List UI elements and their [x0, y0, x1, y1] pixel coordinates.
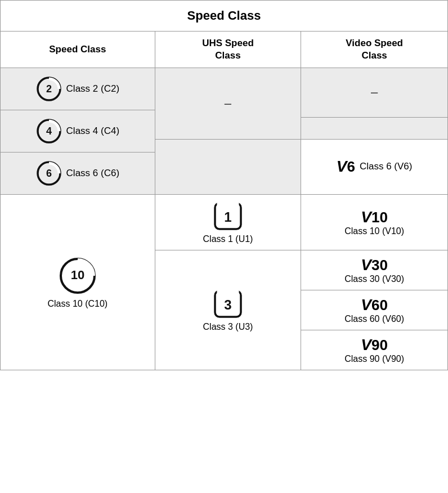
c10-icon-wrapper: 10 Class 10 (C10) [5, 256, 150, 309]
cell-c10: 10 Class 10 (C10) [1, 195, 155, 370]
u1-icon-wrapper: 1 Class 1 (U1) [160, 200, 297, 244]
svg-text:2: 2 [46, 83, 52, 95]
row-c2-c4-c6: 2 Class 2 (C2) 4 Class 4 (C4) [1, 68, 448, 117]
v90-icon: V90 [361, 336, 388, 354]
cell-v90: V90 Class 90 (V90) [301, 330, 448, 370]
cell-uhs-dash-top: – [155, 68, 301, 139]
v10-icon: V10 [361, 208, 388, 226]
v30-cell: V30 Class 30 (V30) [306, 256, 443, 284]
main-header: Speed Class [1, 1, 448, 32]
row-c10-u1-v10: 10 Class 10 (C10) 1 Class 1 (U1) [1, 195, 448, 250]
cell-uhs-c6-empty [155, 139, 301, 195]
v90-cell: V90 Class 90 (V90) [306, 336, 443, 364]
uhs-dash: – [225, 96, 231, 110]
c6-icon-cell: 6 Class 6 (C6) [36, 160, 119, 186]
c6-sub-row: 6 Class 6 (C6) [1, 152, 155, 194]
col-header-speed-class: Speed Class [1, 32, 155, 68]
v30-icon: V30 [361, 256, 388, 274]
svg-text:3: 3 [224, 297, 231, 312]
svg-text:6: 6 [46, 168, 52, 179]
c4-sub-row: 4 Class 4 (C4) [1, 110, 155, 152]
v60-icon: V60 [361, 296, 388, 314]
v10-label: Class 10 (V10) [344, 226, 404, 236]
c4-label: Class 4 (C4) [66, 126, 119, 137]
cell-c2-c4-c6: 2 Class 2 (C2) 4 Class 4 (C4) [1, 68, 155, 195]
c6-icon: 6 [36, 160, 62, 186]
col-header-video: Video SpeedClass [301, 32, 448, 68]
u3-icon-wrapper: 3 Class 3 (U3) [160, 288, 297, 332]
v10-cell: V10 Class 10 (V10) [306, 208, 443, 236]
c2-icon: 2 [36, 76, 62, 102]
u1-label: Class 1 (U1) [203, 234, 253, 244]
c10-label: Class 10 (C10) [47, 299, 107, 309]
cell-video-c4-empty [301, 117, 448, 139]
cell-u1: 1 Class 1 (U1) [155, 195, 301, 250]
svg-text:1: 1 [224, 209, 231, 225]
u3-icon: 3 [212, 288, 244, 320]
v6-label: Class 6 (V6) [360, 161, 413, 172]
c4-icon: 4 [36, 118, 62, 144]
cell-v6: V6 Class 6 (V6) [301, 139, 448, 195]
cell-v10: V10 Class 10 (V10) [301, 195, 448, 250]
video-dash: – [371, 85, 378, 99]
speed-class-table: Speed Class Speed Class UHS SpeedClass V… [0, 0, 448, 370]
c2-label: Class 2 (C2) [66, 83, 119, 95]
u1-icon: 1 [212, 200, 244, 232]
v6-icon: V6 [337, 158, 355, 176]
v90-label: Class 90 (V90) [344, 354, 404, 364]
u3-label: Class 3 (U3) [203, 322, 253, 332]
cell-v30: V30 Class 30 (V30) [301, 250, 448, 290]
c2-icon-cell: 2 Class 2 (C2) [36, 76, 119, 102]
c6-label: Class 6 (C6) [66, 168, 119, 179]
cell-u3: 3 Class 3 (U3) [155, 250, 301, 370]
svg-text:10: 10 [71, 268, 84, 282]
v6-cell: V6 Class 6 (V6) [306, 158, 443, 176]
c10-icon: 10 [58, 256, 97, 295]
v30-label: Class 30 (V30) [344, 274, 404, 284]
v60-cell: V60 Class 60 (V60) [306, 296, 443, 324]
cell-video-dash: – [301, 68, 448, 117]
col-header-uhs: UHS SpeedClass [155, 32, 301, 68]
svg-text:4: 4 [46, 126, 52, 137]
cell-v60: V60 Class 60 (V60) [301, 290, 448, 330]
v60-label: Class 60 (V60) [344, 314, 404, 324]
c2-sub-row: 2 Class 2 (C2) [1, 68, 155, 110]
c4-icon-cell: 4 Class 4 (C4) [36, 118, 119, 144]
